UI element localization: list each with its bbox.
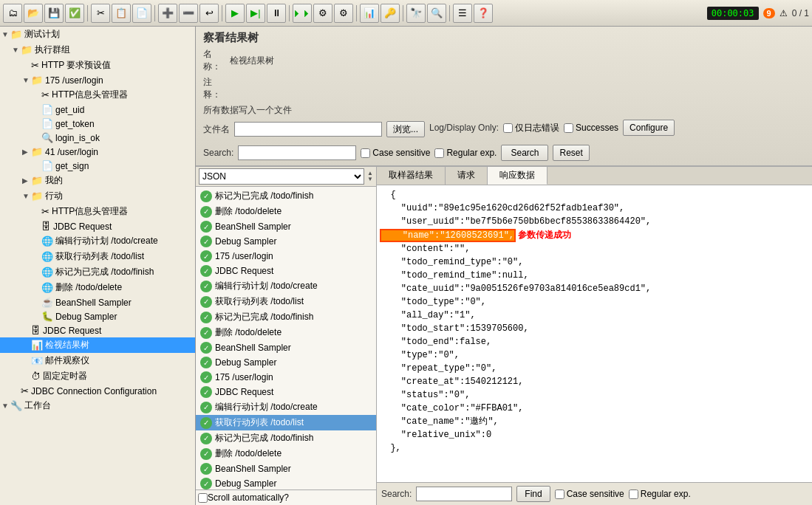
bottom-search-input[interactable]: [416, 487, 512, 501]
expand-arrow[interactable]: ▶: [22, 176, 31, 185]
sidebar-item-exec-group[interactable]: ▼📁执行群组: [0, 42, 195, 58]
only-errors-checkbox[interactable]: [503, 123, 513, 133]
configure-button[interactable]: Configure: [623, 120, 675, 136]
toolbar-btn-reset[interactable]: ↩: [199, 4, 219, 23]
tree-node-15[interactable]: ✓获取行动列表 /todo/list: [196, 415, 376, 430]
tree-node-14[interactable]: ✓编辑行动计划 /todo/create: [196, 399, 376, 415]
successes-label[interactable]: Successes: [564, 123, 618, 133]
sidebar-item-edit-action-create[interactable]: 🌐编辑行动计划 /todo/create: [0, 233, 195, 249]
sidebar-item-user-login-41[interactable]: ▶📁41 /user/login: [0, 145, 195, 159]
expand-arrow[interactable]: ▼: [22, 192, 31, 200]
toolbar-btn-paste[interactable]: 📄: [132, 4, 151, 23]
toolbar-btn-flag[interactable]: 🔑: [381, 4, 400, 23]
tree-node-1[interactable]: ✓删除 /todo/delete: [196, 204, 376, 219]
tree-node-13[interactable]: ✓JDBC Request: [196, 385, 376, 399]
tree-node-17[interactable]: ✓删除 /todo/delete: [196, 446, 376, 461]
toolbar-btn-open[interactable]: 📂: [24, 4, 43, 23]
sidebar-item-mail-observer[interactable]: 📧邮件观察仪: [0, 353, 195, 368]
toolbar-btn-remote-opt[interactable]: ⚙: [313, 4, 332, 23]
toolbar-btn-remote-opt2[interactable]: ⚙: [334, 4, 353, 23]
sidebar-item-jdbc-connection[interactable]: ✂JDBC Connection Configuration: [0, 384, 195, 398]
toolbar-btn-remote-start[interactable]: ⏵⏵: [293, 4, 312, 23]
expand-arrow[interactable]: ▼: [22, 76, 31, 84]
sidebar-item-jdbc-request1[interactable]: 🗄JDBC Request: [0, 219, 195, 233]
result-tab-1[interactable]: 请求: [446, 167, 488, 185]
tree-node-2[interactable]: ✓BeanShell Sampler: [196, 219, 376, 234]
toolbar-btn-cut[interactable]: ✂: [91, 4, 110, 23]
toolbar-btn-list[interactable]: ☰: [453, 4, 472, 23]
format-select[interactable]: JSON XML HTML Text: [199, 168, 364, 185]
tree-node-6[interactable]: ✓编辑行动计划 /todo/create: [196, 278, 376, 294]
toolbar-btn-run[interactable]: ▶: [225, 4, 245, 23]
expand-arrow[interactable]: ▼: [1, 402, 10, 410]
tree-node-4[interactable]: ✓175 /user/login: [196, 249, 376, 264]
tree-node-3[interactable]: ✓Debug Sampler: [196, 234, 376, 249]
toolbar-btn-report[interactable]: 📊: [360, 4, 379, 23]
toolbar-btn-runsel[interactable]: ▶|: [246, 4, 265, 23]
find-button[interactable]: Find: [516, 486, 550, 502]
tree-node-16[interactable]: ✓标记为已完成 /todo/finish: [196, 430, 376, 446]
tree-node-7[interactable]: ✓获取行动列表 /todo/list: [196, 294, 376, 309]
sidebar-item-fixed-timer[interactable]: ⏱固定定时器: [0, 368, 195, 384]
result-tab-0[interactable]: 取样器结果: [377, 167, 446, 185]
sidebar-item-get-token[interactable]: 📄get_token: [0, 117, 195, 131]
toolbar-btn-search[interactable]: 🔍: [427, 4, 446, 23]
sidebar-item-http-header-mgr2[interactable]: ✂HTTP信息头管理器: [0, 204, 195, 219]
case-sensitive-label[interactable]: Case sensitive: [361, 148, 430, 158]
filename-input[interactable]: [234, 122, 382, 137]
sidebar-item-login-is-ok[interactable]: 🔍login_is_ok: [0, 131, 195, 145]
bottom-regex-label[interactable]: Regular exp.: [629, 489, 691, 499]
browse-button[interactable]: 浏览...: [386, 121, 425, 137]
reset-button[interactable]: Reset: [553, 145, 589, 161]
scroll-down[interactable]: ▼: [367, 176, 373, 182]
sidebar-item-action[interactable]: ▼📁行动: [0, 188, 195, 204]
sidebar-item-mark-done[interactable]: 🌐标记为已完成 /todo/finish: [0, 264, 195, 280]
regular-exp-checkbox[interactable]: [434, 148, 444, 158]
toolbar-btn-new[interactable]: 🗂: [3, 4, 22, 23]
tree-node-9[interactable]: ✓删除 /todo/delete: [196, 325, 376, 340]
regular-exp-label[interactable]: Regular exp.: [434, 148, 497, 158]
sidebar-item-get-uid[interactable]: 📄get_uid: [0, 103, 195, 117]
toolbar-btn-copy[interactable]: 📋: [112, 4, 131, 23]
toolbar-btn-remove[interactable]: ➖: [179, 4, 198, 23]
successes-checkbox[interactable]: [564, 123, 573, 133]
only-errors-label[interactable]: 仅日志错误: [503, 122, 559, 134]
scroll-auto-checkbox[interactable]: [198, 493, 208, 503]
tree-node-12[interactable]: ✓175 /user/login: [196, 370, 376, 385]
tree-node-0[interactable]: ✓标记为已完成 /todo/finish: [196, 188, 376, 204]
sidebar-item-test-plan[interactable]: ▼📁测试计划: [0, 27, 195, 42]
tree-node-18[interactable]: ✓BeanShell Sampler: [196, 461, 376, 476]
toolbar-btn-add[interactable]: ➕: [158, 4, 177, 23]
search-button[interactable]: Search: [501, 145, 548, 161]
tree-node-5[interactable]: ✓JDBC Request: [196, 264, 376, 278]
expand-arrow[interactable]: ▼: [12, 46, 21, 54]
sidebar-item-user-login[interactable]: ▼📁175 /user/login: [0, 73, 195, 87]
sidebar-item-delete-todo[interactable]: 🌐删除 /todo/delete: [0, 280, 195, 295]
sidebar-item-jdbc-request2[interactable]: 🗄JDBC Request: [0, 323, 195, 337]
sidebar-item-my[interactable]: ▶📁我的: [0, 173, 195, 188]
expand-arrow[interactable]: ▼: [1, 30, 10, 38]
toolbar-btn-binocular[interactable]: 🔭: [406, 4, 426, 23]
toolbar-btn-help[interactable]: ❓: [474, 4, 493, 23]
toolbar-btn-check[interactable]: ✅: [65, 4, 84, 23]
toolbar-btn-save[interactable]: 💾: [44, 4, 64, 23]
sidebar-item-workbench[interactable]: ▼🔧工作台: [0, 398, 195, 413]
sidebar-item-get-sign[interactable]: 📄get_sign: [0, 159, 195, 173]
sidebar-item-get-action-list[interactable]: 🌐获取行动列表 /todo/list: [0, 249, 195, 264]
expand-arrow[interactable]: ▶: [22, 148, 31, 156]
sidebar-item-bean-shell1[interactable]: ☕BeanShell Sampler: [0, 295, 195, 309]
tree-node-10[interactable]: ✓BeanShell Sampler: [196, 340, 376, 355]
bottom-case-checkbox[interactable]: [555, 489, 564, 499]
tree-node-11[interactable]: ✓Debug Sampler: [196, 355, 376, 370]
search-input[interactable]: [238, 145, 356, 160]
sidebar-item-debug-sampler1[interactable]: 🐛Debug Sampler: [0, 309, 195, 323]
sidebar-item-http-header-mgr[interactable]: ✂HTTP信息头管理器: [0, 87, 195, 103]
tree-node-19[interactable]: ✓Debug Sampler: [196, 476, 376, 489]
bottom-case-label[interactable]: Case sensitive: [555, 489, 624, 499]
tree-node-8[interactable]: ✓标记为已完成 /todo/finish: [196, 309, 376, 325]
sidebar-item-http-request-preset[interactable]: ✂HTTP 要求预设值: [0, 58, 195, 73]
case-sensitive-checkbox[interactable]: [361, 148, 370, 158]
bottom-regex-checkbox[interactable]: [629, 489, 638, 499]
toolbar-btn-pause[interactable]: ⏸: [267, 4, 286, 23]
sidebar-item-view-result-tree[interactable]: 📊检视结果树: [0, 337, 195, 353]
